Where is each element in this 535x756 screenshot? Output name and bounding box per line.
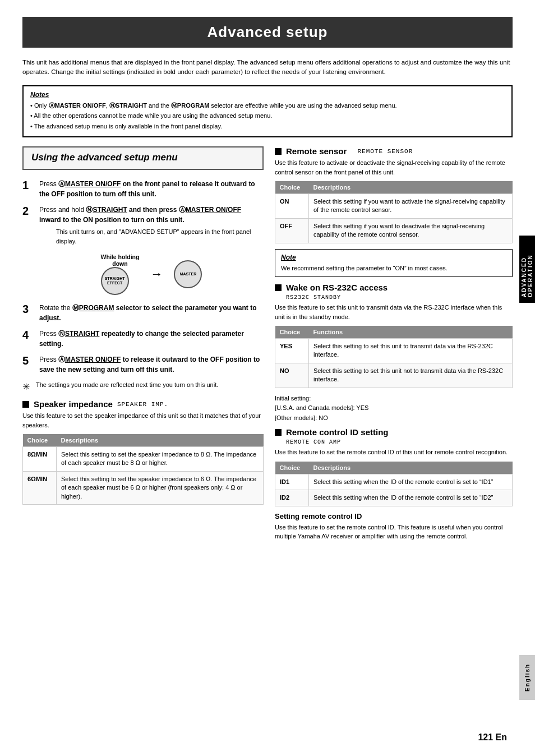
remote-control-id-mono: REMOTE CON AMP <box>275 439 513 445</box>
remote-sensor-choice-1: ON <box>275 194 309 219</box>
step-4-text: Press ⓃSTRAIGHT repeatedly to change the… <box>39 329 264 349</box>
wake-choice-2: NO <box>275 363 309 388</box>
page: Advanced setup This unit has additional … <box>0 0 535 756</box>
step-3: 3 Rotate the ⓂPROGRAM selector to select… <box>22 303 264 323</box>
remote-sensor-header-choice: Choice <box>275 181 309 194</box>
step-2-content: Press and hold ⓃSTRAIGHT and then press … <box>39 205 264 246</box>
step-3-text: Rotate the ⓂPROGRAM selector to select t… <box>39 303 264 323</box>
step-4-number: 4 <box>22 329 34 342</box>
note-box: Note We recommend setting the parameter … <box>275 249 513 278</box>
remote-sensor-desc-1: Select this setting if you want to activ… <box>309 194 513 219</box>
diagram-knob1: STRAIGHTEFFECT <box>101 267 129 295</box>
note-title: Note <box>281 253 506 261</box>
page-title: Advanced setup <box>22 17 513 48</box>
note-item-2: All the other operations cannot be made … <box>30 111 505 121</box>
wake-desc-1: Select this setting to set this unit to … <box>309 339 513 363</box>
remote-id-choice-2: ID2 <box>275 490 309 506</box>
tip-box: ✳ The settings you made are reflected ne… <box>22 380 264 394</box>
step-1: 1 Press ⒶMASTER ON/OFF on the front pane… <box>22 179 264 199</box>
table-row: OFF Select this setting if you want to d… <box>275 218 513 243</box>
remote-id-desc-1: Select this setting when the ID of the r… <box>309 474 513 490</box>
notes-title: Notes <box>30 91 505 99</box>
wake-choice-1: YES <box>275 339 309 363</box>
section-square-icon-4 <box>275 429 282 436</box>
table-row: ID2 Select this setting when the ID of t… <box>275 490 513 506</box>
diagram-knob1-container: While holdingdown STRAIGHTEFFECT <box>101 253 140 295</box>
knob2-label: MASTER <box>180 272 197 276</box>
speaker-impedance-title: Speaker impedance <box>34 399 113 409</box>
step-5-number: 5 <box>22 354 34 367</box>
diagram-knob2-container: MASTER <box>174 260 202 288</box>
speaker-impedance-table: Choice Descriptions 8ΩMIN Select this se… <box>22 434 264 505</box>
advanced-menu-box: Using the advanced setup menu <box>22 146 264 170</box>
step-1-number: 1 <box>22 179 34 192</box>
step-3-number: 3 <box>22 303 34 316</box>
english-tab: English <box>519 655 535 700</box>
table-row: 6ΩMIN Select this setting to set the spe… <box>23 471 264 504</box>
remote-id-desc-2: Select this setting when the ID of the r… <box>309 490 513 506</box>
advanced-operation-tab: ADVANCED OPERATION <box>519 236 535 303</box>
section-square-icon <box>22 401 29 408</box>
remote-control-id-title: Remote control ID setting <box>286 427 389 437</box>
notes-list: Only ⒶMASTER ON/OFF, ⓃSTRAIGHT and the Ⓜ… <box>30 101 505 131</box>
section-square-icon-2 <box>275 148 282 155</box>
setting-remote-id-text: Use this feature to set the remote contr… <box>275 523 513 541</box>
two-col-layout: Using the advanced setup menu 1 Press ⒶM… <box>22 146 513 546</box>
speaker-table-header-choice: Choice <box>23 434 57 447</box>
note-item-3: The advanced setup menu is only availabl… <box>30 122 505 131</box>
remote-id-choice-1: ID1 <box>275 474 309 490</box>
notes-box: Notes Only ⒶMASTER ON/OFF, ⓃSTRAIGHT and… <box>22 85 513 138</box>
table-row: NO Select this setting to set this unit … <box>275 363 513 388</box>
wake-rs232c-table: Choice Functions YES Select this setting… <box>275 326 513 388</box>
wake-rs232c-title: Wake on RS-232C access <box>286 283 388 292</box>
speaker-impedance-mono: SPEAKER IMP. <box>117 401 168 408</box>
remote-sensor-mono: REMOTE SENSOR <box>357 148 413 155</box>
remote-id-header-desc: Descriptions <box>309 462 513 474</box>
knob1-label: STRAIGHTEFFECT <box>105 276 125 286</box>
note-text: We recommend setting the parameter to “O… <box>281 264 506 273</box>
tip-icon: ✳ <box>22 380 33 394</box>
section-square-icon-3 <box>275 284 282 291</box>
remote-sensor-header-desc: Descriptions <box>309 181 513 194</box>
speaker-impedance-desc: Use this feature to set the speaker impe… <box>22 411 264 430</box>
step-2-sub: This unit turns on, and "ADVANCED SETUP"… <box>39 227 264 246</box>
remote-sensor-title: Remote sensor <box>286 146 347 156</box>
speaker-choice-1: 8ΩMIN <box>23 447 57 472</box>
setting-remote-id-heading: Setting remote control ID <box>275 512 513 520</box>
tip-text: The settings you made are reflected next… <box>36 380 218 390</box>
step-5: 5 Press ⒶMASTER ON/OFF to release it out… <box>22 354 264 375</box>
table-row: ID1 Select this setting when the ID of t… <box>275 474 513 490</box>
page-number: 121 En <box>478 732 507 743</box>
remote-sensor-desc: Use this feature to activate or deactiva… <box>275 158 513 177</box>
right-col: Remote sensor REMOTE SENSOR Use this fea… <box>275 146 513 546</box>
remote-sensor-table: Choice Descriptions ON Select this setti… <box>275 181 513 243</box>
diagram-knob2: MASTER <box>174 260 202 288</box>
wake-rs232c-desc: Use this feature to set this unit to tra… <box>275 303 513 321</box>
table-row: ON Select this setting if you want to ac… <box>275 194 513 219</box>
step-1-text: Press ⒶMASTER ON/OFF on the front panel … <box>39 179 264 199</box>
note-item-1: Only ⒶMASTER ON/OFF, ⓃSTRAIGHT and the Ⓜ… <box>30 101 505 110</box>
wake-desc-2: Select this setting to set this unit not… <box>309 363 513 388</box>
step-2-text: Press and hold ⓃSTRAIGHT and then press … <box>39 205 264 225</box>
wake-rs232c-header-choice: Choice <box>275 326 309 339</box>
initial-setting: Initial setting: [U.S.A. and Canada mode… <box>275 394 513 423</box>
left-col: Using the advanced setup menu 1 Press ⒶM… <box>22 146 264 546</box>
diagram-label: While holdingdown <box>101 253 140 267</box>
remote-id-header-choice: Choice <box>275 462 309 474</box>
remote-sensor-desc-2: Select this setting if you want to deact… <box>309 218 513 243</box>
table-row: 8ΩMIN Select this setting to set the spe… <box>23 447 264 472</box>
steps: 1 Press ⒶMASTER ON/OFF on the front pane… <box>22 179 264 375</box>
advanced-menu-title: Using the advanced setup menu <box>31 152 255 163</box>
speaker-impedance-heading: Speaker impedance SPEAKER IMP. <box>22 399 264 409</box>
wake-rs232c-heading: Wake on RS-232C access <box>275 283 513 292</box>
remote-control-id-table: Choice Descriptions ID1 Select this sett… <box>275 462 513 506</box>
step-5-text: Press ⒶMASTER ON/OFF to release it outwa… <box>39 354 264 375</box>
step-2-number: 2 <box>22 205 34 218</box>
table-row: YES Select this setting to set this unit… <box>275 339 513 363</box>
wake-rs232c-header-func: Functions <box>309 326 513 339</box>
diagram-arrow: → <box>150 267 163 282</box>
diagram-area: While holdingdown STRAIGHTEFFECT → MASTE… <box>39 253 264 295</box>
remote-control-id-heading: Remote control ID setting <box>275 427 513 437</box>
wake-rs232c-mono: RS232C STANDBY <box>275 294 513 301</box>
speaker-desc-1: Select this setting to set the speaker i… <box>57 447 264 472</box>
